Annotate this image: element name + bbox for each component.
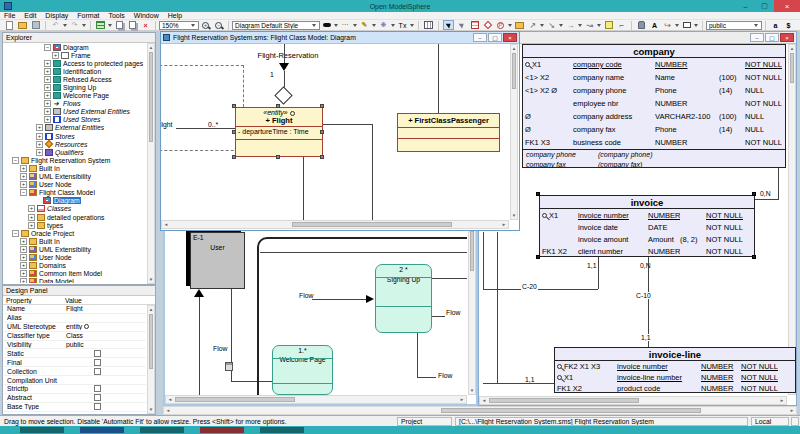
dfd-diagram-window[interactable]: E-1 User Flow 0 Website System fo 2 * Si… (163, 220, 478, 406)
tree-item-classes[interactable]: Classes (4, 205, 146, 213)
uml-vertical-scrollbar[interactable]: ▲ ▼ (510, 44, 518, 220)
expand-icon[interactable] (44, 68, 51, 75)
menu-display[interactable]: Display (45, 12, 68, 20)
er-vertical-scrollbar[interactable]: ▲ ▼ (788, 44, 796, 395)
er-close-icon[interactable]: × (780, 33, 794, 42)
scroll-left-icon[interactable]: ◄ (164, 407, 172, 414)
tree-item-stores[interactable]: Stores (4, 132, 146, 140)
zoom-combobox[interactable]: 150% (159, 21, 199, 30)
menu-edit[interactable]: Edit (24, 12, 36, 20)
tree-item-types[interactable]: types (4, 221, 146, 229)
er-restore-icon[interactable]: ▢ (765, 33, 779, 42)
menu-window[interactable]: Window (134, 12, 159, 20)
selection-handle[interactable] (320, 130, 324, 134)
collapse-icon[interactable] (20, 189, 27, 196)
expand-icon[interactable] (28, 222, 35, 229)
menu-help[interactable]: Help (168, 12, 182, 20)
association-tool-button[interactable]: ↗ (527, 20, 538, 30)
selection-handle[interactable] (276, 155, 280, 159)
taskbar-item[interactable] (20, 427, 64, 433)
design-panel-grid[interactable]: NameFlight Alias UML Stereotypeentity Cl… (4, 305, 146, 413)
shape-button[interactable] (681, 20, 692, 30)
zoom-in-button[interactable]: + (200, 20, 211, 30)
expand-icon[interactable] (44, 92, 51, 99)
expand-icon[interactable] (20, 262, 27, 269)
scroll-down-icon[interactable]: ▼ (511, 212, 517, 219)
expand-icon[interactable] (44, 60, 51, 67)
tree-item-flight-reservation-system[interactable]: Flight Reservation System (4, 156, 146, 164)
expand-icon[interactable] (44, 100, 51, 107)
diagram-grid-dropdown-icon[interactable] (108, 24, 112, 27)
scroll-left-icon[interactable]: ◄ (162, 221, 170, 228)
open-button[interactable] (17, 20, 28, 30)
save-button[interactable] (30, 20, 41, 30)
dfd-canvas[interactable]: E-1 User Flow 0 Website System fo 2 * Si… (165, 222, 467, 395)
class-first-class-passenger[interactable]: + FirstClassPassenger (397, 113, 500, 152)
process-welcome-page[interactable]: 1.* Welcome Page (272, 345, 333, 395)
expand-icon[interactable] (44, 116, 51, 123)
uml-canvas[interactable]: Flight-Reservation 1 flight 0..* «entity… (161, 44, 509, 220)
menu-format[interactable]: Format (77, 12, 99, 20)
expand-icon[interactable] (20, 278, 27, 283)
uml-close-icon[interactable]: × (503, 33, 517, 42)
stamp-tool-button[interactable] (636, 20, 647, 30)
expand-icon[interactable] (20, 238, 27, 245)
selection-handle[interactable] (752, 255, 756, 259)
scroll-up-icon[interactable]: ▲ (148, 306, 154, 313)
connector-style-button[interactable]: ↪ (662, 20, 673, 30)
selection-handle[interactable] (232, 104, 236, 108)
redo-button[interactable]: ↷ (69, 20, 80, 30)
menu-tools[interactable]: Tools (108, 12, 124, 20)
tree-item-uml-extensibility[interactable]: UML Extensibility (4, 173, 146, 181)
scroll-right-icon[interactable]: ► (458, 396, 466, 403)
selection-handle[interactable] (276, 104, 280, 108)
expand-icon[interactable] (36, 124, 43, 131)
tree-item-built-in[interactable]: Built In (4, 164, 146, 172)
scroll-down-icon[interactable]: ▼ (469, 387, 475, 394)
dependency-tool-button[interactable]: → (565, 20, 576, 30)
pen-color-button[interactable]: ✎ (359, 20, 370, 30)
design-panel-scrollbar[interactable]: ▲ ▼ (147, 305, 155, 414)
er-minimize-icon[interactable]: – (750, 33, 764, 42)
explorer-header[interactable]: Explorer (3, 33, 155, 43)
scroll-left-icon[interactable]: ◄ (480, 397, 488, 404)
redo-dropdown-icon[interactable] (82, 24, 86, 27)
expand-icon[interactable] (20, 270, 27, 277)
scroll-right-icon[interactable]: ► (500, 221, 508, 228)
generalization-tool-button[interactable]: ↘ (546, 20, 557, 30)
checkbox[interactable] (94, 403, 101, 410)
function-button[interactable]: f (796, 20, 800, 30)
selection-handle[interactable] (232, 130, 236, 134)
tree-item-used-stores[interactable]: Used Stores (4, 116, 146, 124)
checkbox[interactable] (94, 359, 101, 366)
select-tool-button[interactable] (443, 20, 454, 30)
expand-icon[interactable] (20, 165, 27, 172)
uml-horizontal-scrollbar[interactable]: ◄ ► (161, 220, 509, 229)
scroll-up-icon[interactable]: ▲ (789, 45, 795, 52)
create-entity-button[interactable] (469, 20, 480, 30)
taskbar-item[interactable] (140, 427, 184, 433)
scroll-down-icon[interactable]: ▼ (148, 276, 154, 283)
property-row-classifier-type[interactable]: Classifier typeClass (4, 332, 146, 341)
scroll-up-icon[interactable]: ▲ (148, 44, 154, 51)
property-row-visibility[interactable]: Visibilitypublic (4, 341, 146, 350)
table-invoice-line[interactable]: invoice-line FK2 X1 X3invoice numberNUMB… (554, 347, 796, 393)
selection-handle[interactable] (232, 155, 236, 159)
copy-button[interactable] (114, 20, 125, 30)
tree-item-resources[interactable]: Resources (4, 140, 146, 148)
tree-item-flows[interactable]: ➜Flows (4, 100, 146, 108)
tree-item-diagram[interactable]: Diagram (4, 43, 146, 51)
class-flight[interactable]: «entity» + Flight - departureTime : Time (235, 107, 323, 157)
fill-color-button[interactable]: ❋ (378, 20, 389, 30)
er-window-titlebar[interactable]: – ▢ × (479, 32, 796, 44)
tree-item-detailed-operations[interactable]: detailed operations (4, 213, 146, 221)
expand-icon[interactable] (44, 84, 51, 91)
zoom-out-button[interactable]: − (213, 20, 224, 30)
selection-handle[interactable] (320, 155, 324, 159)
text-style-button[interactable]: Tx (397, 20, 408, 30)
create-process-button[interactable]: P (495, 20, 506, 30)
explorer-scrollbar[interactable]: ▲ ▼ (147, 43, 155, 284)
style-combobox[interactable]: Diagram Default Style (232, 21, 320, 30)
taskbar-item[interactable] (80, 427, 124, 433)
collapse-icon[interactable] (12, 230, 19, 237)
